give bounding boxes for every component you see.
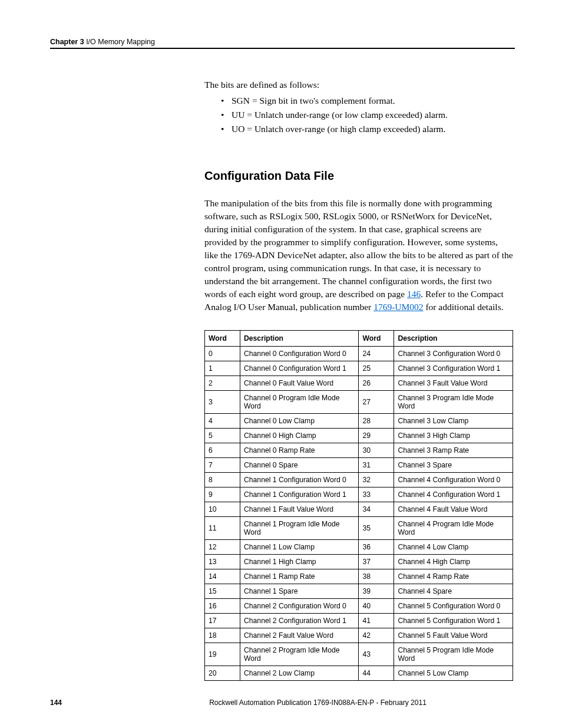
table-row: 1Channel 0 Configuration Word 125Channel… <box>205 361 513 376</box>
table-cell-description: Channel 3 High Clamp <box>394 429 513 443</box>
table-cell-word: 18 <box>205 628 240 643</box>
page-header: Chapter 3 I/O Memory Mapping <box>50 38 515 49</box>
table-row: 20Channel 2 Low Clamp44Channel 5 Low Cla… <box>205 666 513 681</box>
table-row: 17Channel 2 Configuration Word 141Channe… <box>205 614 513 628</box>
table-cell-word: 35 <box>359 517 394 540</box>
table-row: 14Channel 1 Ramp Rate38Channel 4 Ramp Ra… <box>205 569 513 584</box>
bullet-list: SGN = Sign bit in two's complement forma… <box>204 94 513 136</box>
bullet-item: UU = Unlatch under-range (or low clamp e… <box>232 108 513 122</box>
table-cell-word: 36 <box>359 540 394 555</box>
table-cell-word: 4 <box>205 414 240 429</box>
table-cell-description: Channel 3 Configuration Word 1 <box>394 361 513 376</box>
table-cell-description: Channel 0 High Clamp <box>240 429 359 443</box>
table-cell-description: Channel 3 Spare <box>394 458 513 473</box>
table-row: 6Channel 0 Ramp Rate30Channel 3 Ramp Rat… <box>205 443 513 458</box>
section-heading: Configuration Data File <box>204 169 513 183</box>
table-cell-description: Channel 0 Configuration Word 1 <box>240 361 359 376</box>
table-row: 16Channel 2 Configuration Word 040Channe… <box>205 599 513 614</box>
table-header-description: Description <box>240 331 359 347</box>
table-row: 19Channel 2 Program Idle Mode Word43Chan… <box>205 643 513 666</box>
table-row: 9Channel 1 Configuration Word 133Channel… <box>205 487 513 502</box>
table-cell-word: 39 <box>359 584 394 599</box>
table-cell-word: 6 <box>205 443 240 458</box>
table-row: 15Channel 1 Spare39Channel 4 Spare <box>205 584 513 599</box>
table-cell-word: 16 <box>205 599 240 614</box>
table-cell-description: Channel 4 High Clamp <box>394 555 513 569</box>
table-row: 11Channel 1 Program Idle Mode Word35Chan… <box>205 517 513 540</box>
publication-info: Rockwell Automation Publication 1769-IN0… <box>121 699 515 707</box>
table-cell-description: Channel 4 Spare <box>394 584 513 599</box>
table-cell-description: Channel 5 Low Clamp <box>394 666 513 681</box>
page-footer: 144 Rockwell Automation Publication 1769… <box>50 699 515 707</box>
table-cell-word: 3 <box>205 391 240 414</box>
table-cell-word: 32 <box>359 473 394 487</box>
table-cell-word: 1 <box>205 361 240 376</box>
table-cell-description: Channel 4 Fault Value Word <box>394 502 513 517</box>
table-cell-description: Channel 3 Ramp Rate <box>394 443 513 458</box>
chapter-title: I/O Memory Mapping <box>86 38 155 46</box>
table-row: 8Channel 1 Configuration Word 032Channel… <box>205 473 513 487</box>
table-cell-word: 30 <box>359 443 394 458</box>
table-cell-word: 37 <box>359 555 394 569</box>
table-header-word: Word <box>205 331 240 347</box>
table-cell-word: 40 <box>359 599 394 614</box>
table-row: 4Channel 0 Low Clamp28Channel 3 Low Clam… <box>205 414 513 429</box>
table-cell-description: Channel 5 Configuration Word 0 <box>394 599 513 614</box>
table-cell-word: 33 <box>359 487 394 502</box>
table-row: 13Channel 1 High Clamp37Channel 4 High C… <box>205 555 513 569</box>
bullet-item: UO = Unlatch over-range (or high clamp e… <box>232 122 513 136</box>
table-cell-word: 38 <box>359 569 394 584</box>
table-cell-description: Channel 5 Configuration Word 1 <box>394 614 513 628</box>
publication-link[interactable]: 1769-UM002 <box>373 302 423 312</box>
intro-text: The bits are defined as follows: <box>204 78 513 91</box>
table-cell-word: 13 <box>205 555 240 569</box>
table-cell-description: Channel 3 Low Clamp <box>394 414 513 429</box>
table-cell-description: Channel 3 Configuration Word 0 <box>394 347 513 361</box>
table-cell-description: Channel 2 Configuration Word 1 <box>240 614 359 628</box>
table-cell-word: 28 <box>359 414 394 429</box>
table-cell-description: Channel 1 Configuration Word 1 <box>240 487 359 502</box>
table-header-description: Description <box>394 331 513 347</box>
table-header-word: Word <box>359 331 394 347</box>
table-cell-description: Channel 1 Spare <box>240 584 359 599</box>
page-link[interactable]: 146 <box>407 289 421 299</box>
table-cell-description: Channel 0 Program Idle Mode Word <box>240 391 359 414</box>
table-row: 0Channel 0 Configuration Word 024Channel… <box>205 347 513 361</box>
table-cell-word: 26 <box>359 376 394 391</box>
paragraph-text: The manipulation of the bits from this f… <box>204 198 513 299</box>
table-cell-description: Channel 3 Fault Value Word <box>394 376 513 391</box>
table-cell-word: 19 <box>205 643 240 666</box>
table-cell-description: Channel 1 Fault Value Word <box>240 502 359 517</box>
table-cell-description: Channel 0 Spare <box>240 458 359 473</box>
table-cell-word: 9 <box>205 487 240 502</box>
table-cell-word: 41 <box>359 614 394 628</box>
table-cell-description: Channel 3 Program Idle Mode Word <box>394 391 513 414</box>
table-cell-description: Channel 4 Configuration Word 1 <box>394 487 513 502</box>
table-cell-description: Channel 5 Fault Value Word <box>394 628 513 643</box>
table-cell-description: Channel 4 Program Idle Mode Word <box>394 517 513 540</box>
table-cell-word: 42 <box>359 628 394 643</box>
table-cell-word: 24 <box>359 347 394 361</box>
table-cell-description: Channel 2 Low Clamp <box>240 666 359 681</box>
table-row: 18Channel 2 Fault Value Word42Channel 5 … <box>205 628 513 643</box>
table-cell-word: 7 <box>205 458 240 473</box>
table-cell-word: 44 <box>359 666 394 681</box>
table-row: 3Channel 0 Program Idle Mode Word27Chann… <box>205 391 513 414</box>
chapter-label: Chapter 3 <box>50 38 84 46</box>
table-cell-word: 11 <box>205 517 240 540</box>
table-cell-word: 14 <box>205 569 240 584</box>
table-cell-description: Channel 1 Ramp Rate <box>240 569 359 584</box>
table-header-row: Word Description Word Description <box>205 331 513 347</box>
body-paragraph: The manipulation of the bits from this f… <box>204 197 513 314</box>
table-cell-word: 25 <box>359 361 394 376</box>
table-cell-description: Channel 5 Program Idle Mode Word <box>394 643 513 666</box>
table-cell-description: Channel 4 Low Clamp <box>394 540 513 555</box>
table-cell-word: 34 <box>359 502 394 517</box>
table-cell-description: Channel 0 Configuration Word 0 <box>240 347 359 361</box>
table-cell-word: 31 <box>359 458 394 473</box>
table-cell-word: 12 <box>205 540 240 555</box>
table-cell-description: Channel 2 Fault Value Word <box>240 628 359 643</box>
table-cell-description: Channel 4 Configuration Word 0 <box>394 473 513 487</box>
table-row: 2Channel 0 Fault Value Word26Channel 3 F… <box>205 376 513 391</box>
table-cell-description: Channel 1 Program Idle Mode Word <box>240 517 359 540</box>
